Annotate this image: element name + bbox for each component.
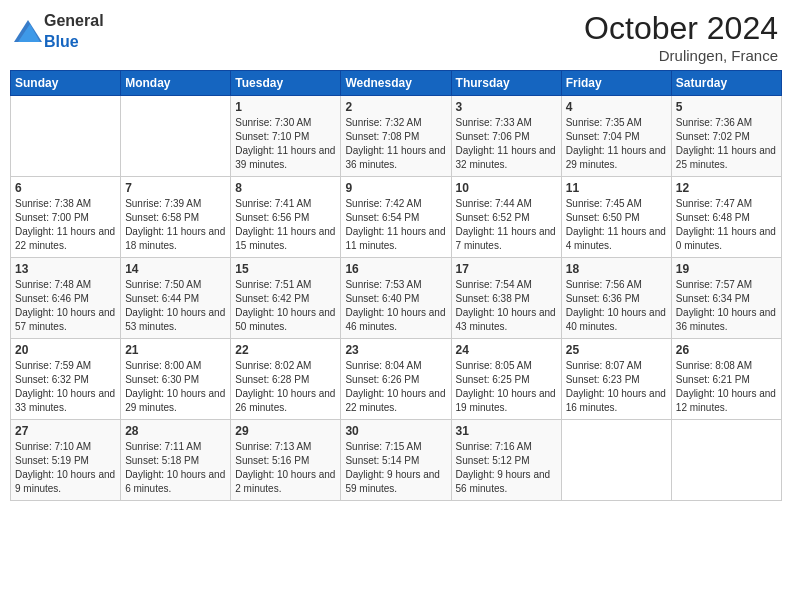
day-number: 12 xyxy=(676,181,777,195)
day-number: 11 xyxy=(566,181,667,195)
day-cell: 27Sunrise: 7:10 AM Sunset: 5:19 PM Dayli… xyxy=(11,420,121,501)
day-cell: 2Sunrise: 7:32 AM Sunset: 7:08 PM Daylig… xyxy=(341,96,451,177)
day-header-saturday: Saturday xyxy=(671,71,781,96)
day-number: 23 xyxy=(345,343,446,357)
location: Drulingen, France xyxy=(584,47,778,64)
day-info: Sunrise: 7:15 AM Sunset: 5:14 PM Dayligh… xyxy=(345,440,446,496)
day-cell: 1Sunrise: 7:30 AM Sunset: 7:10 PM Daylig… xyxy=(231,96,341,177)
logo-general-text: General xyxy=(44,12,104,29)
day-cell: 20Sunrise: 7:59 AM Sunset: 6:32 PM Dayli… xyxy=(11,339,121,420)
day-number: 31 xyxy=(456,424,557,438)
day-header-friday: Friday xyxy=(561,71,671,96)
week-row-4: 20Sunrise: 7:59 AM Sunset: 6:32 PM Dayli… xyxy=(11,339,782,420)
day-cell: 14Sunrise: 7:50 AM Sunset: 6:44 PM Dayli… xyxy=(121,258,231,339)
day-info: Sunrise: 8:08 AM Sunset: 6:21 PM Dayligh… xyxy=(676,359,777,415)
day-cell: 7Sunrise: 7:39 AM Sunset: 6:58 PM Daylig… xyxy=(121,177,231,258)
day-cell xyxy=(121,96,231,177)
week-row-3: 13Sunrise: 7:48 AM Sunset: 6:46 PM Dayli… xyxy=(11,258,782,339)
day-number: 30 xyxy=(345,424,446,438)
day-cell: 3Sunrise: 7:33 AM Sunset: 7:06 PM Daylig… xyxy=(451,96,561,177)
day-number: 16 xyxy=(345,262,446,276)
day-cell: 12Sunrise: 7:47 AM Sunset: 6:48 PM Dayli… xyxy=(671,177,781,258)
day-cell: 28Sunrise: 7:11 AM Sunset: 5:18 PM Dayli… xyxy=(121,420,231,501)
day-number: 4 xyxy=(566,100,667,114)
day-cell: 21Sunrise: 8:00 AM Sunset: 6:30 PM Dayli… xyxy=(121,339,231,420)
day-info: Sunrise: 7:32 AM Sunset: 7:08 PM Dayligh… xyxy=(345,116,446,172)
week-row-5: 27Sunrise: 7:10 AM Sunset: 5:19 PM Dayli… xyxy=(11,420,782,501)
day-cell: 16Sunrise: 7:53 AM Sunset: 6:40 PM Dayli… xyxy=(341,258,451,339)
day-info: Sunrise: 8:04 AM Sunset: 6:26 PM Dayligh… xyxy=(345,359,446,415)
day-number: 20 xyxy=(15,343,116,357)
day-number: 15 xyxy=(235,262,336,276)
day-info: Sunrise: 7:33 AM Sunset: 7:06 PM Dayligh… xyxy=(456,116,557,172)
day-number: 29 xyxy=(235,424,336,438)
day-info: Sunrise: 8:00 AM Sunset: 6:30 PM Dayligh… xyxy=(125,359,226,415)
day-cell: 26Sunrise: 8:08 AM Sunset: 6:21 PM Dayli… xyxy=(671,339,781,420)
day-info: Sunrise: 7:41 AM Sunset: 6:56 PM Dayligh… xyxy=(235,197,336,253)
day-number: 24 xyxy=(456,343,557,357)
day-header-sunday: Sunday xyxy=(11,71,121,96)
day-cell: 4Sunrise: 7:35 AM Sunset: 7:04 PM Daylig… xyxy=(561,96,671,177)
day-number: 1 xyxy=(235,100,336,114)
day-info: Sunrise: 7:44 AM Sunset: 6:52 PM Dayligh… xyxy=(456,197,557,253)
day-cell: 29Sunrise: 7:13 AM Sunset: 5:16 PM Dayli… xyxy=(231,420,341,501)
day-cell: 30Sunrise: 7:15 AM Sunset: 5:14 PM Dayli… xyxy=(341,420,451,501)
day-cell: 10Sunrise: 7:44 AM Sunset: 6:52 PM Dayli… xyxy=(451,177,561,258)
day-number: 9 xyxy=(345,181,446,195)
day-info: Sunrise: 7:42 AM Sunset: 6:54 PM Dayligh… xyxy=(345,197,446,253)
day-info: Sunrise: 7:16 AM Sunset: 5:12 PM Dayligh… xyxy=(456,440,557,496)
day-info: Sunrise: 7:48 AM Sunset: 6:46 PM Dayligh… xyxy=(15,278,116,334)
day-info: Sunrise: 7:13 AM Sunset: 5:16 PM Dayligh… xyxy=(235,440,336,496)
day-cell: 22Sunrise: 8:02 AM Sunset: 6:28 PM Dayli… xyxy=(231,339,341,420)
day-info: Sunrise: 8:02 AM Sunset: 6:28 PM Dayligh… xyxy=(235,359,336,415)
day-number: 2 xyxy=(345,100,446,114)
week-row-2: 6Sunrise: 7:38 AM Sunset: 7:00 PM Daylig… xyxy=(11,177,782,258)
day-cell: 23Sunrise: 8:04 AM Sunset: 6:26 PM Dayli… xyxy=(341,339,451,420)
day-cell: 13Sunrise: 7:48 AM Sunset: 6:46 PM Dayli… xyxy=(11,258,121,339)
day-number: 6 xyxy=(15,181,116,195)
day-cell: 18Sunrise: 7:56 AM Sunset: 6:36 PM Dayli… xyxy=(561,258,671,339)
day-number: 8 xyxy=(235,181,336,195)
day-info: Sunrise: 8:07 AM Sunset: 6:23 PM Dayligh… xyxy=(566,359,667,415)
page-header: General Blue October 2024 Drulingen, Fra… xyxy=(10,10,782,64)
day-cell: 11Sunrise: 7:45 AM Sunset: 6:50 PM Dayli… xyxy=(561,177,671,258)
day-number: 28 xyxy=(125,424,226,438)
day-info: Sunrise: 7:38 AM Sunset: 7:00 PM Dayligh… xyxy=(15,197,116,253)
day-cell xyxy=(11,96,121,177)
day-number: 17 xyxy=(456,262,557,276)
day-number: 10 xyxy=(456,181,557,195)
day-info: Sunrise: 7:50 AM Sunset: 6:44 PM Dayligh… xyxy=(125,278,226,334)
day-info: Sunrise: 7:35 AM Sunset: 7:04 PM Dayligh… xyxy=(566,116,667,172)
day-header-wednesday: Wednesday xyxy=(341,71,451,96)
day-info: Sunrise: 7:30 AM Sunset: 7:10 PM Dayligh… xyxy=(235,116,336,172)
day-number: 5 xyxy=(676,100,777,114)
day-number: 22 xyxy=(235,343,336,357)
day-cell: 17Sunrise: 7:54 AM Sunset: 6:38 PM Dayli… xyxy=(451,258,561,339)
day-header-thursday: Thursday xyxy=(451,71,561,96)
day-cell: 9Sunrise: 7:42 AM Sunset: 6:54 PM Daylig… xyxy=(341,177,451,258)
day-cell xyxy=(561,420,671,501)
day-number: 13 xyxy=(15,262,116,276)
day-info: Sunrise: 8:05 AM Sunset: 6:25 PM Dayligh… xyxy=(456,359,557,415)
logo-blue-text: Blue xyxy=(44,33,79,50)
calendar-table: SundayMondayTuesdayWednesdayThursdayFrid… xyxy=(10,70,782,501)
day-number: 19 xyxy=(676,262,777,276)
day-number: 26 xyxy=(676,343,777,357)
day-cell: 6Sunrise: 7:38 AM Sunset: 7:00 PM Daylig… xyxy=(11,177,121,258)
day-cell: 15Sunrise: 7:51 AM Sunset: 6:42 PM Dayli… xyxy=(231,258,341,339)
day-cell: 31Sunrise: 7:16 AM Sunset: 5:12 PM Dayli… xyxy=(451,420,561,501)
day-number: 21 xyxy=(125,343,226,357)
day-header-monday: Monday xyxy=(121,71,231,96)
day-info: Sunrise: 7:53 AM Sunset: 6:40 PM Dayligh… xyxy=(345,278,446,334)
day-info: Sunrise: 7:57 AM Sunset: 6:34 PM Dayligh… xyxy=(676,278,777,334)
day-number: 27 xyxy=(15,424,116,438)
day-number: 7 xyxy=(125,181,226,195)
day-number: 3 xyxy=(456,100,557,114)
day-cell: 24Sunrise: 8:05 AM Sunset: 6:25 PM Dayli… xyxy=(451,339,561,420)
day-cell: 8Sunrise: 7:41 AM Sunset: 6:56 PM Daylig… xyxy=(231,177,341,258)
day-info: Sunrise: 7:36 AM Sunset: 7:02 PM Dayligh… xyxy=(676,116,777,172)
logo-icon xyxy=(14,20,42,42)
day-header-tuesday: Tuesday xyxy=(231,71,341,96)
week-row-1: 1Sunrise: 7:30 AM Sunset: 7:10 PM Daylig… xyxy=(11,96,782,177)
day-info: Sunrise: 7:47 AM Sunset: 6:48 PM Dayligh… xyxy=(676,197,777,253)
